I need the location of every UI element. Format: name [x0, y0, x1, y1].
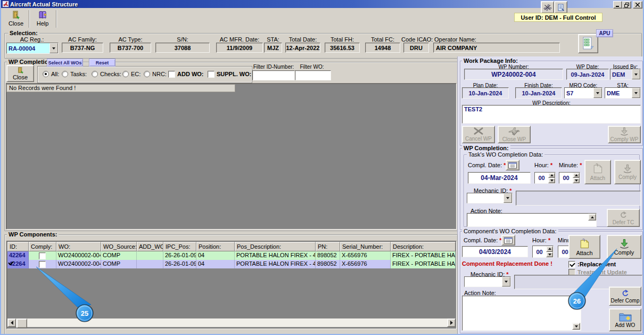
cell-wo: WO2400002-004: [56, 260, 101, 268]
filter-id-input[interactable]: [252, 70, 295, 80]
spin-down-button[interactable]: [573, 178, 580, 183]
cancel-wp-button[interactable]: Cancel WP: [462, 126, 495, 143]
suppl-wo-checkbox[interactable]: SUPPL. WO:: [208, 70, 251, 78]
toolbar-help-button[interactable]: Help: [31, 9, 54, 29]
issued-by-combobox[interactable]: DEM: [610, 69, 641, 80]
minimize-button[interactable]: [613, 1, 622, 9]
note-scroll-up-button[interactable]: [572, 297, 580, 304]
replacement-checkbox[interactable]: :Replacement: [568, 260, 616, 268]
comp-hour-spinner[interactable]: 00: [532, 246, 554, 258]
export-excel-button[interactable]: [578, 34, 598, 53]
radio-icon[interactable]: [144, 71, 150, 77]
task-mechanic-combobox[interactable]: [467, 193, 513, 203]
task-attach-button[interactable]: Attach: [584, 160, 611, 184]
task-hour-spinner[interactable]: 00: [534, 172, 556, 184]
select-all-wos-button[interactable]: Select All WOs: [47, 59, 83, 67]
mro-code-combobox[interactable]: S7: [564, 87, 602, 99]
close-window-button[interactable]: [633, 1, 642, 9]
radio-icon[interactable]: [92, 71, 98, 77]
add-wo-button[interactable]: Add WO: [609, 308, 641, 331]
radio-icon[interactable]: [43, 71, 49, 77]
issued-by-dropdown-button[interactable]: [632, 69, 640, 79]
defer-tc-button[interactable]: Defer TC: [607, 209, 640, 227]
spin-up-button[interactable]: [573, 173, 580, 178]
wpinfo-sta-combobox[interactable]: DME: [605, 87, 641, 99]
chevron-down-icon: [575, 179, 578, 182]
exit-door-icon: [16, 67, 24, 74]
col-description[interactable]: Description:: [391, 242, 456, 251]
components-header-row: ID: Comply: WO: WO_Source: ADD_WO: IPC_P…: [7, 242, 456, 251]
radio-icon[interactable]: [62, 71, 68, 77]
radio-checks[interactable]: Checks:: [92, 70, 121, 78]
ac-reg-dropdown-button[interactable]: [49, 43, 58, 53]
plane-check-icon: [508, 127, 521, 136]
checkbox-icon[interactable]: [208, 71, 214, 78]
spin-down-button[interactable]: [548, 178, 555, 183]
scroll-left-button[interactable]: [7, 318, 16, 327]
ac-reg-combobox[interactable]: RA-00004: [6, 43, 59, 54]
mechanic-dropdown-button[interactable]: [502, 277, 510, 287]
close-wp-button[interactable]: Close WP: [498, 126, 531, 143]
wp-description-textarea[interactable]: TEST2: [462, 105, 641, 124]
col-pn[interactable]: PN:: [316, 242, 340, 251]
col-position[interactable]: Position:: [196, 242, 235, 251]
comp-mechanic-combobox[interactable]: [464, 276, 511, 287]
reset-button[interactable]: Reset: [89, 59, 115, 67]
comply-checkbox[interactable]: [39, 252, 46, 259]
col-comply[interactable]: Comply:: [29, 242, 56, 251]
radio-tasks[interactable]: Tasks:: [62, 70, 87, 78]
col-wo-source[interactable]: WO_Source:: [101, 242, 137, 251]
component-row-1[interactable]: 42264 WO2400002-004 COMP 26-26-01-09 04 …: [7, 251, 456, 260]
filter-wo-input[interactable]: [295, 70, 331, 80]
col-serial-number[interactable]: Serial_Number:: [340, 242, 391, 251]
col-id[interactable]: ID:: [7, 242, 29, 251]
task-compl-date-field[interactable]: 04-Mar-2024: [468, 172, 531, 184]
aircraft-tool-button[interactable]: [541, 1, 554, 13]
mro-code-dropdown-button[interactable]: [593, 88, 602, 98]
comp-action-note-textarea[interactable]: [462, 296, 581, 331]
task-minute-spinner[interactable]: 00: [559, 172, 580, 184]
chevron-down-icon: [506, 197, 509, 199]
col-ipc-pos[interactable]: IPC_Pos:: [163, 242, 196, 251]
note-scroll-down-button[interactable]: [572, 323, 580, 330]
structure-tool-button[interactable]: [554, 1, 567, 13]
comp-comply-button[interactable]: Comply: [607, 235, 641, 259]
chevron-down-icon: [550, 179, 554, 182]
spin-down-button[interactable]: [546, 252, 553, 258]
app-icon: [2, 1, 9, 7]
spin-up-button[interactable]: [546, 246, 553, 252]
defer-comp-button[interactable]: Defer Comp: [609, 287, 641, 306]
radio-nrc[interactable]: NRC:: [144, 70, 167, 78]
comp-calendar-button[interactable]: [501, 235, 515, 246]
apu-button[interactable]: APU: [596, 29, 613, 37]
filter-wo-label: Filter WO:: [293, 64, 331, 70]
mechanic-dropdown-button[interactable]: [503, 193, 512, 203]
checkbox-icon[interactable]: [568, 261, 575, 268]
task-action-note-textarea[interactable]: [467, 213, 597, 227]
radio-ec[interactable]: EC:: [122, 70, 141, 78]
col-add-wo[interactable]: ADD_WO:: [137, 242, 163, 251]
comp-compl-date-field[interactable]: 04/03/2024: [462, 246, 528, 257]
col-pos-description[interactable]: Pos_Description:: [235, 242, 316, 251]
task-comply-button[interactable]: Comply: [614, 160, 641, 184]
col-wo[interactable]: WO:: [56, 242, 101, 251]
scroll-right-button[interactable]: [447, 318, 456, 327]
radio-tasks-label: Tasks:: [70, 71, 87, 77]
comply-checkbox[interactable]: [39, 261, 46, 268]
toolbar-close-button[interactable]: Close: [4, 9, 28, 29]
checkbox-icon[interactable]: [168, 71, 175, 78]
component-row-2[interactable]: 42264 WO2400002-004 COMP 26-26-01-09 04 …: [7, 260, 456, 268]
add-wo-checkbox[interactable]: ADD WO:: [168, 70, 204, 78]
sta-dropdown-button[interactable]: [632, 88, 640, 98]
comply-wp-button[interactable]: Comply WP: [608, 126, 641, 143]
spin-up-button[interactable]: [548, 173, 555, 178]
horizontal-scrollbar[interactable]: [7, 318, 456, 327]
scrollbar-thumb[interactable]: [16, 318, 27, 328]
note-scroll-up-button[interactable]: [588, 214, 596, 220]
restore-button[interactable]: [622, 1, 631, 9]
radio-all[interactable]: All:: [43, 70, 59, 78]
wp-close-button[interactable]: Close: [6, 65, 34, 82]
radio-icon[interactable]: [122, 71, 129, 77]
task-calendar-button[interactable]: [506, 160, 519, 170]
comp-attach-button[interactable]: Attach: [568, 235, 600, 259]
